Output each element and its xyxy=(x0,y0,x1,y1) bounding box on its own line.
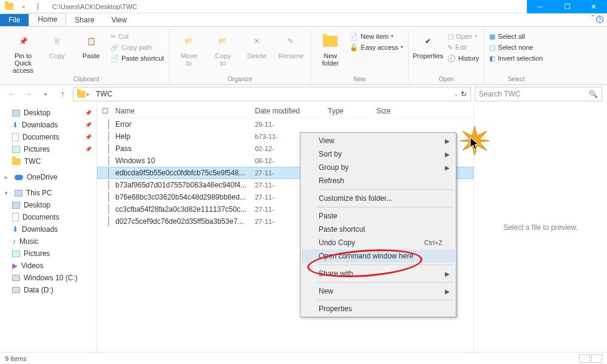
chevron-down-icon[interactable]: ▾ xyxy=(5,190,11,196)
ctx-undo[interactable]: Undo CopyCtrl+Z xyxy=(302,236,455,249)
cut-button[interactable]: ✂Cut xyxy=(110,32,164,41)
chevron-right-icon[interactable]: ▸ xyxy=(5,174,11,180)
breadcrumb-root[interactable]: ▸ xyxy=(75,90,92,99)
ctx-groupby[interactable]: Group by▶ xyxy=(302,161,455,174)
file-name: b73af965d7d01d7557b063a46ec940f4... xyxy=(115,181,255,189)
search-input[interactable]: Search TWC 🔍 xyxy=(475,87,602,101)
nav-pc-downloads[interactable]: ⬇Downloads xyxy=(1,223,95,235)
nav-pc-desktop[interactable]: Desktop xyxy=(1,199,95,211)
tab-home[interactable]: Home xyxy=(29,13,66,26)
ctx-paste[interactable]: Paste xyxy=(302,209,455,223)
nav-pictures[interactable]: Pictures📌 xyxy=(1,143,95,155)
ctx-open-command-window[interactable]: Open command window here xyxy=(302,249,455,263)
easy-access-button[interactable]: 🔓Easy access ▾ xyxy=(350,42,403,52)
delete-icon: ✕ xyxy=(247,32,266,51)
col-type[interactable]: Type xyxy=(328,107,376,115)
ctx-view[interactable]: View▶ xyxy=(302,134,455,147)
view-details-button[interactable] xyxy=(579,354,590,363)
qat-props-icon[interactable]: ▫ xyxy=(17,1,30,13)
minimize-button[interactable]: ─ xyxy=(527,0,554,13)
nav-cdrive[interactable]: Windows 10 (C:) xyxy=(1,272,95,284)
view-large-button[interactable] xyxy=(591,354,602,363)
copypath-icon: 🔗 xyxy=(110,42,119,52)
new-item-button[interactable]: 📄New item ▾ xyxy=(350,32,403,41)
address-bar[interactable]: ▸ TWC ⌄ ↻ xyxy=(73,87,471,101)
file-row[interactable]: Error29-11- xyxy=(97,118,473,130)
rename-icon: ✎ xyxy=(281,32,300,51)
edit-button[interactable]: ✎Edit xyxy=(447,42,479,52)
ribbon-help-icon[interactable]: ˆ ? xyxy=(592,15,603,23)
rename-button[interactable]: ✎Rename xyxy=(276,29,305,59)
breadcrumb-twc[interactable]: TWC xyxy=(93,89,115,99)
qat-dropdown[interactable]: │ xyxy=(32,1,45,13)
tab-view[interactable]: View xyxy=(103,14,135,26)
addr-history-dropdown[interactable]: ⌄ xyxy=(454,92,458,97)
select-none-button[interactable]: ▢Select none xyxy=(489,42,543,52)
copy-path-button[interactable]: 🔗Copy path xyxy=(110,42,164,52)
separator xyxy=(317,282,453,283)
videos-icon: ▶ xyxy=(12,261,18,270)
col-date[interactable]: Date modified xyxy=(255,107,328,115)
tab-file[interactable]: File xyxy=(0,14,29,26)
address-bar-row: ← → ▾ ↑ ▸ TWC ⌄ ↻ Search TWC 🔍 xyxy=(0,85,607,103)
history-button[interactable]: 🕘History xyxy=(447,53,479,63)
downloads-icon: ⬇ xyxy=(12,225,18,234)
nav-downloads[interactable]: ⬇Downloads📌 xyxy=(1,119,95,131)
chevron-right-icon: ▶ xyxy=(445,288,450,295)
nav-thispc[interactable]: ▾This PC xyxy=(1,187,95,199)
paste-button[interactable]: 📋 Paste xyxy=(76,29,106,59)
chevron-down-icon: ▾ xyxy=(401,42,403,52)
col-name[interactable]: Name xyxy=(115,107,255,115)
nav-onedrive[interactable]: ▸OneDrive xyxy=(1,171,95,183)
open-button[interactable]: ▢Open ▾ xyxy=(447,32,479,41)
file-name: Error xyxy=(115,120,255,129)
new-folder-button[interactable]: New folder xyxy=(316,29,345,67)
ctx-refresh[interactable]: Refresh xyxy=(302,174,455,187)
select-all-button[interactable]: ▦Select all xyxy=(489,32,543,41)
context-menu: View▶ Sort by▶ Group by▶ Refresh Customi… xyxy=(300,132,456,317)
navigation-pane[interactable]: Desktop📌 ⬇Downloads📌 Documents📌 Pictures… xyxy=(0,103,97,352)
ctx-sortby[interactable]: Sort by▶ xyxy=(302,147,455,161)
nav-documents[interactable]: Documents📌 xyxy=(1,131,95,143)
up-button[interactable]: ↑ xyxy=(56,87,69,101)
maximize-button[interactable]: ☐ xyxy=(554,0,580,13)
invert-selection-button[interactable]: ◧Invert selection xyxy=(489,53,543,63)
pin-icon: 📌 xyxy=(85,122,92,128)
paste-shortcut-button[interactable]: 📄Paste shortcut xyxy=(110,53,164,63)
documents-icon xyxy=(12,133,19,141)
recent-dropdown[interactable]: ▾ xyxy=(39,87,52,101)
qat-folder-icon[interactable] xyxy=(2,1,16,13)
copy-to-button[interactable]: 📂Copy to xyxy=(208,29,237,67)
refresh-icon[interactable]: ↻ xyxy=(461,90,467,98)
nav-pc-music[interactable]: ♪Music xyxy=(1,235,95,248)
ribbon-tabs: File Home Share View ˆ ? xyxy=(0,13,607,27)
file-icon xyxy=(102,157,115,165)
pasteshort-icon: 📄 xyxy=(110,53,119,63)
ctx-new[interactable]: New▶ xyxy=(302,285,455,298)
ctx-customize[interactable]: Customize this folder... xyxy=(302,192,455,205)
copy-button[interactable]: ⎘ Copy xyxy=(42,29,72,59)
forward-button[interactable]: → xyxy=(22,87,35,101)
ctx-paste-shortcut[interactable]: Paste shortcut xyxy=(302,223,455,236)
nav-ddrive[interactable]: Data (D:) xyxy=(1,284,95,296)
pictures-icon xyxy=(12,146,20,153)
downloads-icon: ⬇ xyxy=(12,121,18,129)
nav-pc-pictures[interactable]: Pictures xyxy=(1,248,95,260)
checkbox-column[interactable]: ☐ xyxy=(102,107,115,115)
nav-pc-documents[interactable]: Documents xyxy=(1,211,95,223)
delete-button[interactable]: ✕Delete xyxy=(242,29,271,59)
col-size[interactable]: Size xyxy=(376,107,413,115)
move-to-button[interactable]: 📂Move to xyxy=(174,29,203,67)
pin-to-quick-access-button[interactable]: 📌 Pin to Quick access xyxy=(8,29,38,74)
nav-desktop[interactable]: Desktop📌 xyxy=(1,107,95,119)
properties-button[interactable]: ✔Properties xyxy=(413,29,443,59)
newitem-icon: 📄 xyxy=(350,32,358,41)
tab-share[interactable]: Share xyxy=(66,14,103,26)
back-button[interactable]: ← xyxy=(5,87,18,101)
ctx-share-with[interactable]: Share with▶ xyxy=(302,267,455,280)
ctx-properties[interactable]: Properties xyxy=(302,302,455,315)
pin-icon: 📌 xyxy=(85,134,92,140)
nav-pc-videos[interactable]: ▶Videos xyxy=(1,260,95,272)
close-button[interactable]: ✕ xyxy=(580,0,607,13)
nav-twc[interactable]: TWC xyxy=(1,155,95,167)
